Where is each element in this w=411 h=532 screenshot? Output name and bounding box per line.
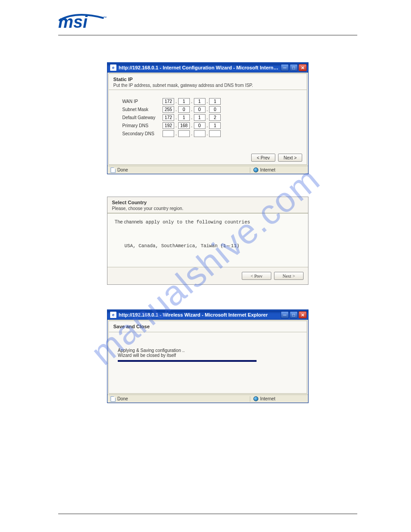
secondary-dns-octet-2[interactable] — [178, 130, 190, 137]
wan-ip-octet-2[interactable] — [178, 98, 190, 105]
subnet-mask-octet-2[interactable] — [178, 106, 190, 113]
next-button[interactable]: Next > — [274, 272, 304, 280]
wan-ip-octet-1[interactable] — [163, 98, 174, 105]
secondary-dns-label: Secondary DNS — [122, 131, 163, 136]
primary-dns-octet-1[interactable] — [163, 122, 174, 129]
panel-title: Static IP — [113, 77, 302, 82]
secondary-dns-octet-3[interactable] — [194, 130, 206, 137]
primary-dns-field: . . . — [163, 122, 221, 129]
primary-dns-octet-2[interactable] — [178, 122, 190, 129]
panel-title: Save and Close — [113, 324, 302, 329]
panel-title: Select Country — [112, 200, 304, 205]
progress-text-1: Applying & Saving configuration .. — [118, 348, 298, 353]
wan-ip-field: . . . — [163, 98, 221, 105]
status-text: Done — [117, 396, 128, 401]
bottom-divider — [58, 514, 357, 514]
primary-dns-label: Primary DNS — [122, 123, 163, 128]
subnet-mask-label: Subnet Mask — [122, 107, 163, 112]
secondary-dns-octet-4[interactable] — [209, 130, 221, 137]
ie-icon: e — [110, 312, 116, 318]
statusbar: Done Internet — [107, 166, 308, 174]
close-button[interactable]: ✕ — [299, 311, 307, 318]
subnet-mask-octet-1[interactable] — [163, 106, 174, 113]
document-page: msi ™ manualshive.com e http://192.168.0… — [0, 0, 411, 532]
progress-text-2: Wizard will be closed by itself — [118, 353, 298, 358]
channels-note: The channels apply only to the following… — [115, 219, 301, 225]
subnet-mask-octet-3[interactable] — [194, 106, 206, 113]
zone-text: Internet — [260, 167, 275, 172]
ie-icon: e — [110, 64, 116, 71]
statusbar: Done Internet — [107, 395, 308, 403]
wan-ip-label: WAN IP — [122, 99, 163, 104]
window-save-close: e http://192.168.0.1 - Wireless Wizard -… — [107, 309, 308, 403]
panel-header: Static IP Put the IP address, subnet mas… — [109, 74, 307, 90]
primary-dns-octet-4[interactable] — [209, 122, 221, 129]
default-gateway-octet-1[interactable] — [163, 114, 174, 121]
primary-dns-octet-3[interactable] — [194, 122, 206, 129]
default-gateway-octet-3[interactable] — [194, 114, 206, 121]
page-icon — [110, 167, 116, 173]
minimize-button[interactable]: ─ — [281, 311, 289, 318]
page-icon — [110, 396, 116, 402]
msi-logo: msi ™ — [58, 13, 357, 31]
progress-bar — [118, 360, 257, 362]
panel-header: Save and Close — [109, 321, 307, 332]
maximize-button[interactable]: □ — [290, 64, 298, 71]
secondary-dns-field: . . . — [163, 130, 221, 137]
default-gateway-field: . . . — [163, 114, 221, 121]
maximize-button[interactable]: □ — [290, 311, 298, 318]
subnet-mask-field: . . . — [163, 106, 221, 113]
minimize-button[interactable]: ─ — [281, 64, 289, 71]
country-list: USA, Canada, SouthAmerica, Taiwan (1～11) — [115, 243, 301, 249]
window-static-ip: e http://192.168.0.1 - Internet Configur… — [107, 62, 308, 174]
next-button[interactable]: Next > — [278, 154, 302, 162]
prev-button[interactable]: < Prev — [242, 272, 271, 280]
wan-ip-octet-3[interactable] — [194, 98, 206, 105]
wan-ip-octet-4[interactable] — [209, 98, 221, 105]
default-gateway-octet-2[interactable] — [178, 114, 190, 121]
secondary-dns-octet-1[interactable] — [163, 130, 174, 137]
panel-subtitle: Put the IP address, subnet mask, gateway… — [113, 83, 302, 88]
default-gateway-octet-4[interactable] — [209, 114, 221, 121]
window-title: http://192.168.0.1 - Wireless Wizard - M… — [119, 312, 281, 317]
subnet-mask-octet-4[interactable] — [209, 106, 221, 113]
panel-header: Select Country Please, choose your count… — [107, 197, 308, 213]
titlebar[interactable]: e http://192.168.0.1 - Wireless Wizard -… — [107, 310, 308, 320]
globe-icon — [253, 396, 258, 402]
default-gateway-label: Default Gateway — [122, 115, 163, 120]
close-button[interactable]: ✕ — [299, 64, 307, 71]
globe-icon — [253, 167, 258, 173]
status-text: Done — [117, 167, 128, 172]
titlebar[interactable]: e http://192.168.0.1 - Internet Configur… — [107, 63, 308, 73]
prev-button[interactable]: < Prev — [251, 154, 275, 162]
zone-text: Internet — [260, 396, 275, 401]
panel-select-country: Select Country Please, choose your count… — [107, 197, 308, 285]
top-divider — [58, 35, 357, 35]
window-title: http://192.168.0.1 - Internet Configurat… — [119, 65, 281, 70]
panel-subtitle: Please, choose your country region. — [112, 206, 304, 211]
